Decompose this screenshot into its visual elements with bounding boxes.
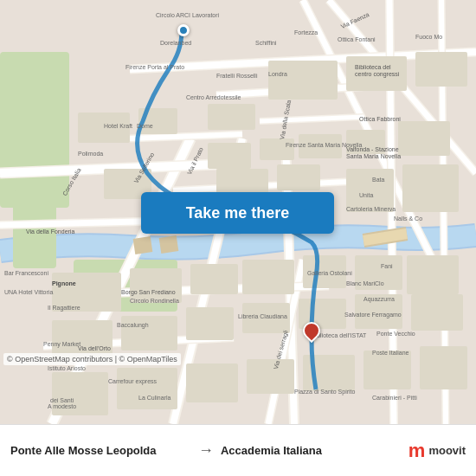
moovit-m-icon: m <box>408 440 426 462</box>
take-me-there-button[interactable]: Take me there <box>141 192 334 234</box>
svg-text:Circolo ARCI Lavoratori: Circolo ARCI Lavoratori <box>156 12 220 18</box>
svg-rect-16 <box>277 164 320 190</box>
svg-text:Libreria Claudiana: Libreria Claudiana <box>238 313 287 319</box>
svg-text:Nalls & Co: Nalls & Co <box>394 215 422 222</box>
svg-text:A modesto: A modesto <box>48 403 76 409</box>
arrow-icon: → <box>198 441 214 460</box>
svg-text:Via dell'Orto: Via dell'Orto <box>78 345 111 351</box>
svg-rect-35 <box>117 368 177 409</box>
svg-text:Fratelli Rosselli: Fratelli Rosselli <box>216 73 258 79</box>
svg-rect-26 <box>407 255 459 294</box>
svg-text:Firenze Porta al Prato: Firenze Porta al Prato <box>125 64 184 70</box>
svg-rect-1 <box>0 52 69 208</box>
svg-text:Carabinieri - Pitti: Carabinieri - Pitti <box>372 395 417 401</box>
svg-text:Carrefour express: Carrefour express <box>108 378 158 385</box>
svg-rect-9 <box>415 52 467 87</box>
route-to-label: Accademia Italiana <box>221 444 402 457</box>
svg-text:Schiffini: Schiffini <box>255 40 277 46</box>
svg-rect-10 <box>208 143 251 169</box>
svg-text:Londra: Londra <box>268 71 287 77</box>
route-from-label: Ponte Alle Mosse Leopolda <box>10 444 191 457</box>
svg-text:dei Santi: dei Santi <box>50 397 74 403</box>
svg-text:Biblioteca del: Biblioteca del <box>355 64 391 70</box>
map-attribution: © OpenStreetMap contributors | © OpenMap… <box>3 353 181 365</box>
svg-rect-15 <box>216 169 268 195</box>
svg-text:Ottica Fabbroni: Ottica Fabbroni <box>359 116 401 122</box>
map-container: Corso Italia Via Solferino Via il Prato … <box>0 0 476 424</box>
moovit-logo: m moovit <box>408 440 466 462</box>
svg-text:Polimoda: Polimoda <box>78 151 103 157</box>
svg-rect-29 <box>186 307 234 340</box>
svg-text:Via della Fonderia: Via della Fonderia <box>26 228 74 235</box>
svg-rect-36 <box>186 363 238 402</box>
svg-text:UNA Hotel Vittoria: UNA Hotel Vittoria <box>4 289 53 295</box>
svg-text:centro congressi: centro congressi <box>355 71 400 78</box>
svg-text:Bata: Bata <box>372 177 385 183</box>
svg-rect-28 <box>121 316 177 351</box>
destination-pin <box>303 322 320 339</box>
svg-text:Piazza di Santo Spirito: Piazza di Santo Spirito <box>294 389 356 396</box>
svg-text:Fortezza: Fortezza <box>294 29 318 35</box>
svg-text:Hotel Kraft: Hotel Kraft <box>104 123 132 129</box>
svg-text:Cartoleria Minerva: Cartoleria Minerva <box>346 206 396 212</box>
svg-rect-22 <box>190 264 238 294</box>
svg-text:Aquazzurra: Aquazzurra <box>363 296 395 303</box>
svg-text:Bar Francesconi: Bar Francesconi <box>4 270 48 276</box>
svg-text:Poste Italiane: Poste Italiane <box>372 350 409 356</box>
svg-text:Galleria Ostolani: Galleria Ostolani <box>307 270 352 276</box>
svg-text:Pignone: Pignone <box>52 280 76 287</box>
svg-text:Istituto Ariosto: Istituto Ariosto <box>48 365 86 371</box>
svg-text:La Culinarla: La Culinarla <box>138 395 170 401</box>
svg-rect-7 <box>268 61 338 100</box>
svg-text:Fuoco Mo: Fuoco Mo <box>415 34 442 40</box>
svg-text:Baccalungh: Baccalungh <box>117 322 149 329</box>
svg-text:Santa Maria Novella: Santa Maria Novella <box>346 153 401 159</box>
svg-rect-23 <box>242 260 294 294</box>
origin-pin <box>177 24 190 36</box>
bottom-bar: Ponte Alle Mosse Leopolda → Accademia It… <box>0 424 476 476</box>
svg-text:Circolo Rondinella: Circolo Rondinella <box>130 298 179 304</box>
svg-rect-17 <box>398 121 450 156</box>
svg-rect-33 <box>411 294 463 331</box>
svg-rect-40 <box>420 346 467 389</box>
svg-text:Salvatore Ferragamo: Salvatore Ferragamo <box>344 312 402 318</box>
svg-text:Ponte Vecchio: Ponte Vecchio <box>376 331 415 337</box>
svg-text:Centro Arredotessile: Centro Arredotessile <box>186 94 241 100</box>
svg-text:Borgo San Frediano: Borgo San Frediano <box>121 289 176 296</box>
svg-rect-6 <box>208 104 255 130</box>
svg-text:Dome: Dome <box>137 123 153 129</box>
svg-text:Unita: Unita <box>359 192 373 198</box>
svg-text:Fani: Fani <box>381 263 393 269</box>
svg-text:Penny Market: Penny Market <box>43 341 80 348</box>
moovit-brand-name: moovit <box>428 444 466 457</box>
svg-rect-39 <box>363 351 411 389</box>
svg-text:Ottica Fontani: Ottica Fontani <box>338 36 376 42</box>
svg-text:Dorelanbed: Dorelanbed <box>160 40 191 46</box>
svg-rect-37 <box>247 359 294 394</box>
svg-text:Il Ragattiere: Il Ragattiere <box>48 305 80 312</box>
svg-text:Firenze Santa Maria Novella: Firenze Santa Maria Novella <box>286 142 362 148</box>
svg-text:Blanc MariClo: Blanc MariClo <box>346 280 384 286</box>
svg-rect-18 <box>402 164 459 212</box>
